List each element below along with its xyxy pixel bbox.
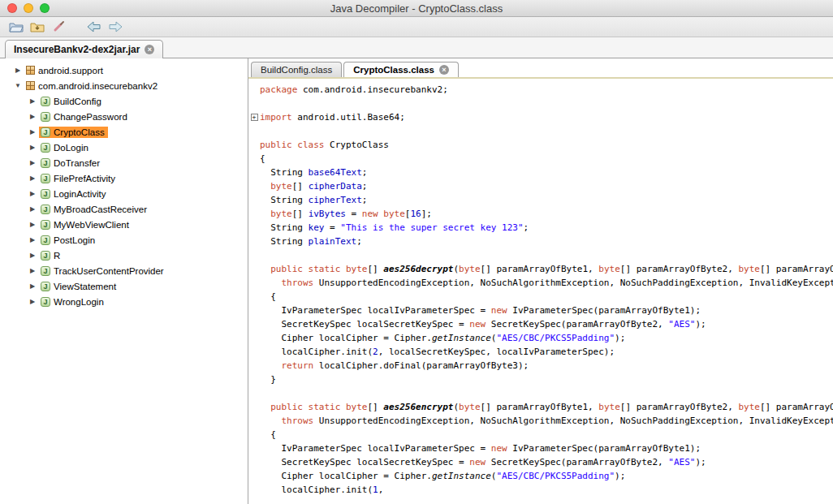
navigate-forward-button[interactable] [106,18,125,36]
tree-item-MyBroadCastReceiver[interactable]: ▶JMyBroadCastReceiver [0,201,248,217]
code-view[interactable]: package com.android.insecurebankv2;+impo… [248,79,833,504]
code-line: IvParameterSpec localIvParameterSpec = n… [248,442,833,455]
code-line: +import android.util.Base64; [248,110,833,124]
tree-collapsed-arrow-icon[interactable]: ▶ [13,67,23,74]
code-line-content: localCipher.init(1, [260,485,383,495]
code-line [248,124,833,138]
tree-collapsed-arrow-icon[interactable]: ▶ [28,236,37,243]
open-file-button[interactable] [6,18,26,36]
tree-collapsed-arrow-icon[interactable]: ▶ [28,282,37,290]
jar-tab-label: InsecureBankv2-dex2jar.jar [14,44,140,55]
code-line: localCipher.init(1, [248,483,833,497]
code-line-content: Cipher localCipher = Cipher.getInstance(… [260,333,625,343]
code-line: String key = "This is the super secret k… [248,221,833,235]
tree-item-BuildConfig[interactable]: ▶JBuildConfig [0,93,248,109]
code-line: byte[] cipherData; [248,179,833,193]
tree-item-MyWebViewClient[interactable]: ▶JMyWebViewClient [0,217,248,232]
code-line [248,386,833,400]
open-file-icon [9,21,24,33]
tree-item-LoginActivity[interactable]: ▶JLoginActivity [0,186,248,201]
tree-item-TrackUserContentProvider[interactable]: ▶JTrackUserContentProvider [0,263,248,278]
package-icon [26,66,35,75]
close-tab-icon[interactable]: × [439,65,449,75]
titlebar: Java Decompiler - CryptoClass.class [0,0,833,17]
code-line: localCipher.init(2, localSecretKeySpec, … [248,345,833,359]
code-line [248,248,833,262]
code-line-content: String base64Text; [260,167,367,178]
tree-item-content: JPostLogin [39,235,98,246]
editor-tab-CryptoClass.class[interactable]: CryptoClass.class× [343,62,459,77]
close-window-button[interactable] [7,3,17,13]
zoom-window-button[interactable] [40,3,50,13]
code-line-content: return localCipher.doFinal(paramArrayOfB… [260,360,529,371]
tree-collapsed-arrow-icon[interactable]: ▶ [28,221,37,228]
java-class-icon: J [41,158,50,168]
tree-item-WrongLogin[interactable]: ▶JWrongLogin [0,294,248,309]
java-class-icon: J [41,251,50,261]
code-line-content: import android.util.Base64; [260,112,405,123]
window-controls [7,3,50,13]
code-line-content: throws UnsupportedEncodingException, NoS… [260,416,833,426]
tree-collapsed-arrow-icon[interactable]: ▶ [28,144,37,151]
tree-collapsed-arrow-icon[interactable]: ▶ [28,267,37,274]
tree-item-label: ChangePassword [54,112,127,122]
tree-item-label: R [54,251,60,261]
code-line-content: throws UnsupportedEncodingException, NoS… [260,278,833,288]
java-class-icon: J [41,282,50,291]
tree-item-label: LoginActivity [54,189,106,199]
code-line: public static byte[] aes256encrypt(byte[… [248,400,833,414]
tree-collapsed-arrow-icon[interactable]: ▶ [28,298,37,305]
navigate-back-button[interactable] [84,18,104,36]
fold-expand-icon[interactable]: + [251,114,258,121]
tree-item-label: com.android.insecurebankv2 [38,81,158,91]
code-line-content: IvParameterSpec localIvParameterSpec = n… [260,305,701,316]
tree-expanded-arrow-icon[interactable]: ▼ [13,82,23,89]
code-line: String base64Text; [248,166,833,179]
tree-collapsed-arrow-icon[interactable]: ▶ [28,252,37,259]
tree-item-ViewStatement[interactable]: ▶JViewStatement [0,278,248,294]
fold-gutter: + [248,114,260,121]
tree-item-com.android.insecurebankv2[interactable]: ▼com.android.insecurebankv2 [0,78,248,93]
window-title: Java Decompiler - CryptoClass.class [0,2,833,15]
tree-item-DoTransfer[interactable]: ▶JDoTransfer [0,155,248,170]
tree-collapsed-arrow-icon[interactable]: ▶ [28,205,37,213]
tree-item-label: BuildConfig [54,97,101,106]
tree-item-label: DoLogin [54,143,88,153]
code-line-content: package com.android.insecurebankv2; [260,84,448,95]
code-line-content: String key = "This is the super secret k… [260,222,529,233]
java-class-icon: J [41,205,50,214]
minimize-window-button[interactable] [24,3,33,13]
code-line-content: SecretKeySpec localSecretKeySpec = new S… [260,319,706,330]
search-button[interactable] [49,18,68,36]
tree-item-FilePrefActivity[interactable]: ▶JFilePrefActivity [0,170,248,186]
code-line: String plainText; [248,235,833,248]
code-line-content: public static byte[] aes256encrypt(byte[… [260,402,833,412]
tree-item-label: ViewStatement [54,282,116,291]
code-line: SecretKeySpec localSecretKeySpec = new S… [248,455,833,469]
tree-collapsed-arrow-icon[interactable]: ▶ [28,174,37,182]
java-class-icon: J [41,235,50,245]
tree-collapsed-arrow-icon[interactable]: ▶ [28,97,37,105]
tree-item-PostLogin[interactable]: ▶JPostLogin [0,232,248,248]
tree-item-DoLogin[interactable]: ▶JDoLogin [0,140,248,155]
code-line: return localCipher.doFinal(paramArrayOfB… [248,359,833,373]
tree-item-label: android.support [38,66,103,75]
code-line-content: SecretKeySpec localSecretKeySpec = new S… [260,457,706,467]
save-all-sources-button[interactable] [28,18,47,36]
tree-collapsed-arrow-icon[interactable]: ▶ [28,159,37,166]
java-class-icon: J [41,174,50,183]
code-line-content: localCipher.init(2, localSecretKeySpec, … [260,347,615,357]
tree-item-android.support[interactable]: ▶android.support [0,62,248,78]
tree-collapsed-arrow-icon[interactable]: ▶ [28,128,37,136]
tree-item-ChangePassword[interactable]: ▶JChangePassword [0,109,248,124]
tree-item-CryptoClass[interactable]: ▶JCryptoClass [0,124,248,140]
editor-tab-BuildConfig.class[interactable]: BuildConfig.class [251,62,342,77]
tree-item-R[interactable]: ▶JR [0,248,248,263]
tree-collapsed-arrow-icon[interactable]: ▶ [28,113,37,120]
code-line-content: byte[] cipherData; [260,181,367,192]
code-line: { [248,290,833,304]
jar-tab-InsecureBankv2-dex2jar.jar[interactable]: InsecureBankv2-dex2jar.jar× [5,40,163,58]
close-tab-icon[interactable]: × [145,45,154,54]
toolbar [0,17,833,37]
tree-collapsed-arrow-icon[interactable]: ▶ [28,190,37,197]
